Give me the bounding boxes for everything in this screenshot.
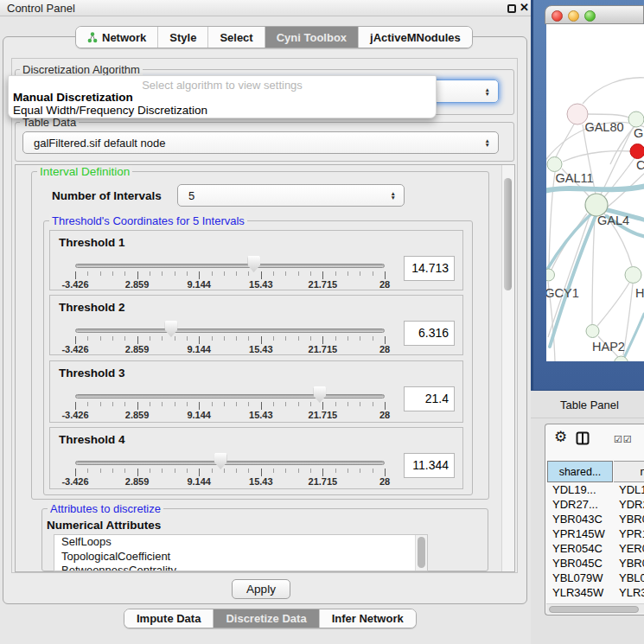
- node-gcy1[interactable]: [546, 269, 555, 281]
- table-row[interactable]: YBL079WYBL0: [547, 571, 644, 586]
- node-label: GAL11: [555, 171, 593, 185]
- table-row[interactable]: YPR145WYPR1: [547, 527, 644, 542]
- horizontal-scrollbar[interactable]: [546, 603, 644, 614]
- attributes-group-label: Attributes to discretize: [48, 502, 163, 515]
- threshold-1-slider-track[interactable]: [75, 264, 385, 268]
- threshold-2-value-field[interactable]: 6.316: [404, 321, 455, 346]
- threshold-1-panel: Threshold 1 -3.426 2.859 9.144 15.43 21.…: [49, 230, 463, 290]
- bottom-tab-bar: Impute Data Discretize Data Infer Networ…: [124, 609, 417, 628]
- stepper-arrows-icon[interactable]: ▲▼: [485, 87, 490, 96]
- network-icon: [87, 32, 98, 43]
- threshold-1-value-field[interactable]: 14.713: [404, 256, 455, 281]
- table-data-combobox[interactable]: galFiltered.sif default node ▲▼: [22, 131, 499, 154]
- window-title: Control Panel: [7, 2, 75, 15]
- interval-definition-group-label: Interval Definition: [37, 165, 132, 178]
- discretization-algorithm-group-label: Discretization Algorithm: [20, 63, 143, 76]
- minimize-traffic-light[interactable]: [568, 10, 579, 22]
- tab-jactivemnodules[interactable]: jActiveMNodules: [358, 27, 472, 48]
- table-row[interactable]: YLR345WYLR3: [547, 586, 644, 601]
- zoom-traffic-light[interactable]: [584, 10, 596, 22]
- threshold-3-slider-track[interactable]: [75, 394, 385, 399]
- node-label: GAL80: [584, 120, 623, 134]
- close-icon[interactable]: ✕: [520, 1, 529, 14]
- threshold-1-slider-thumb[interactable]: [247, 256, 260, 272]
- threshold-2-label: Threshold 2: [59, 301, 125, 314]
- network-graph: GAL80 G C GAL11 GAL4 GCY1 H HAP2: [546, 24, 644, 361]
- node-table: ⚙ ☑☑ shared... na YDL19...YDL1 YDR27...Y…: [545, 424, 644, 615]
- node-label: C: [636, 158, 644, 172]
- tab-discretize-data[interactable]: Discretize Data: [213, 609, 318, 628]
- threshold-4-label: Threshold 4: [59, 433, 125, 446]
- column-header-name[interactable]: na: [614, 461, 644, 482]
- slider-tick-marks: [75, 271, 386, 279]
- tab-style[interactable]: Style: [157, 27, 207, 48]
- node-hap2[interactable]: [586, 325, 599, 338]
- gear-icon[interactable]: ⚙: [554, 429, 567, 445]
- number-of-intervals-value: 5: [188, 189, 194, 202]
- network-canvas[interactable]: GAL80 G C GAL11 GAL4 GCY1 H HAP2: [546, 24, 644, 361]
- threshold-4-slider-thumb[interactable]: [214, 453, 227, 469]
- list-scrollbar[interactable]: [415, 535, 427, 571]
- control-panel-titlebar: Control Panel: [0, 0, 531, 16]
- dropdown-option-manual[interactable]: Manual Discretization: [13, 91, 133, 104]
- apply-button[interactable]: Apply: [232, 579, 290, 599]
- node-label: GCY1: [546, 286, 579, 300]
- stepper-arrows-icon[interactable]: ▲▼: [391, 191, 396, 200]
- threshold-3-value-field[interactable]: 21.4: [404, 386, 455, 411]
- threshold-2-slider-track[interactable]: [75, 328, 385, 333]
- threshold-4-slider-track[interactable]: [75, 461, 385, 465]
- column-header-shared-name[interactable]: shared...: [547, 461, 613, 482]
- table-row[interactable]: YBR043CYBR0: [547, 513, 644, 527]
- node-label: H: [635, 286, 644, 300]
- stepper-arrows-icon[interactable]: ▲▼: [485, 138, 490, 147]
- node-bottom[interactable]: [615, 356, 628, 361]
- table-data-value: galFiltered.sif default node: [34, 137, 165, 150]
- node-label: GAL4: [597, 214, 629, 227]
- threshold-4-value-field[interactable]: 11.344: [404, 453, 455, 478]
- maximize-icon[interactable]: [507, 4, 516, 13]
- table-row[interactable]: YDL19...YDL1: [547, 483, 644, 498]
- slider-tick-marks: [75, 336, 386, 344]
- threshold-3-label: Threshold 3: [59, 367, 125, 379]
- node-gal11[interactable]: [547, 157, 562, 172]
- split-columns-icon[interactable]: [576, 431, 590, 445]
- tab-network[interactable]: Network: [76, 27, 157, 48]
- checkbox-icons[interactable]: ☑☑: [614, 434, 633, 445]
- slider-tick-marks: [75, 469, 386, 476]
- node-label: HAP2: [592, 340, 625, 354]
- tab-cyni-toolbox[interactable]: Cyni Toolbox: [265, 27, 358, 48]
- vertical-scrollbar[interactable]: [501, 165, 514, 571]
- table-panel-title: Table Panel: [560, 399, 619, 411]
- list-item[interactable]: SelfLoops: [54, 535, 427, 550]
- list-item[interactable]: BetweennessCentrality: [54, 564, 427, 571]
- tab-select[interactable]: Select: [207, 27, 264, 48]
- close-traffic-light[interactable]: [552, 10, 563, 22]
- table-row[interactable]: YBR045CYBR0: [547, 557, 644, 571]
- table-row[interactable]: YER054CYER0: [547, 542, 644, 557]
- tab-impute-data[interactable]: Impute Data: [124, 609, 213, 628]
- table-row[interactable]: YDR27...YDR2: [547, 498, 644, 513]
- top-tab-bar: Network Style Select Cyni Toolbox jActiv…: [75, 26, 473, 48]
- number-of-intervals-combobox[interactable]: 5 ▲▼: [177, 184, 405, 207]
- node-top-right[interactable]: [628, 112, 644, 127]
- network-window-titlebar: [545, 5, 644, 24]
- numerical-attributes-label: Numerical Attributes: [47, 519, 161, 532]
- threshold-2-panel: Threshold 2 -3.426 2.859 9.144 15.43 21.…: [49, 295, 463, 355]
- scrollbar-thumb[interactable]: [504, 178, 512, 290]
- node-label: G: [634, 126, 643, 140]
- dropdown-hint: Select algorithm to view settings: [9, 79, 436, 92]
- number-of-intervals-label: Number of Intervals: [52, 189, 162, 202]
- list-item[interactable]: TopologicalCoefficient: [54, 550, 427, 564]
- threshold-2-slider-thumb[interactable]: [164, 321, 177, 337]
- tab-infer-network[interactable]: Infer Network: [319, 609, 416, 628]
- scrollbar-thumb[interactable]: [418, 537, 425, 568]
- node-h[interactable]: [625, 267, 641, 284]
- scrollbar-thumb[interactable]: [549, 606, 639, 613]
- node-labels: GAL80 G C GAL11 GAL4 GCY1 H HAP2: [546, 120, 644, 354]
- node-red[interactable]: [630, 144, 644, 159]
- algorithm-dropdown-popup: Select algorithm to view settings Manual…: [8, 75, 437, 118]
- threshold-3-slider-thumb[interactable]: [313, 386, 326, 403]
- threshold-1-label: Threshold 1: [59, 236, 125, 249]
- numerical-attributes-list: SelfLoops TopologicalCoefficient Between…: [54, 534, 428, 571]
- dropdown-option-equal-width[interactable]: Equal Width/Frequency Discretization: [13, 104, 207, 117]
